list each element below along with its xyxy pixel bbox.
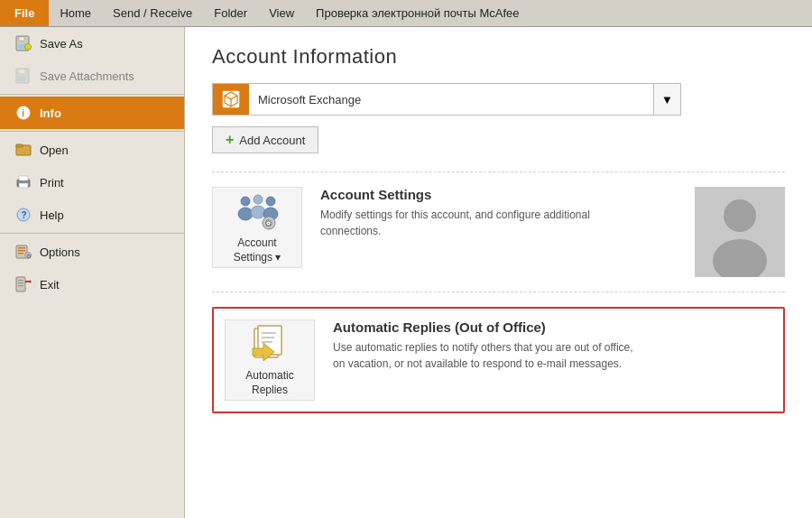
svg-rect-7	[19, 69, 24, 73]
divider-3	[0, 233, 184, 234]
sidebar-item-save-attachments[interactable]: Save Attachments	[0, 60, 184, 92]
svg-rect-13	[19, 183, 28, 188]
exit-label: Exit	[40, 278, 60, 291]
svg-rect-6	[18, 77, 25, 81]
svg-text:i: i	[22, 107, 24, 118]
account-settings-icon-label: AccountSettings ▾	[234, 236, 281, 264]
save-as-label: Save As	[40, 37, 83, 51]
svg-rect-45	[262, 332, 276, 334]
svg-point-31	[241, 197, 250, 206]
svg-text:↓: ↓	[27, 44, 30, 50]
account-settings-title: Account Settings	[320, 187, 677, 202]
svg-point-41	[724, 199, 756, 232]
section-divider-1	[212, 171, 785, 172]
sidebar: ↓ Save As Save Attachments i	[0, 27, 185, 518]
open-label: Open	[40, 143, 69, 157]
sidebar-item-save-as[interactable]: ↓ Save As	[0, 27, 184, 60]
sidebar-item-help[interactable]: ? Help	[0, 199, 184, 231]
save-as-icon: ↓	[14, 34, 32, 52]
svg-rect-24	[16, 277, 25, 291]
print-label: Print	[40, 176, 64, 190]
svg-point-32	[238, 208, 253, 220]
exchange-icon	[213, 84, 249, 115]
svg-rect-14	[19, 176, 28, 180]
svg-point-15	[26, 181, 28, 183]
options-label: Options	[40, 245, 80, 259]
mcafee-menu[interactable]: Проверка электронной почты McAfee	[305, 0, 530, 26]
add-account-button[interactable]: + Add Account	[212, 126, 318, 153]
automatic-replies-section: AutomaticReplies Automatic Replies (Out …	[212, 307, 785, 413]
exit-icon	[14, 275, 32, 293]
sidebar-item-info[interactable]: i Info	[0, 97, 184, 129]
account-settings-section: ⚙ AccountSettings ▾ Account Settings Mod…	[212, 187, 785, 292]
view-menu[interactable]: View	[258, 0, 305, 26]
svg-rect-29	[18, 285, 23, 286]
sidebar-item-print[interactable]: Print	[0, 166, 184, 199]
account-settings-button[interactable]: ⚙ AccountSettings ▾	[212, 187, 302, 268]
account-name: Microsoft Exchange	[249, 93, 653, 106]
svg-rect-21	[18, 253, 23, 254]
account-selector[interactable]: Microsoft Exchange ▼	[212, 83, 681, 116]
menu-bar: File Home Send / Receive Folder View Про…	[0, 0, 812, 27]
automatic-replies-title: Automatic Replies (Out of Office)	[333, 319, 772, 335]
divider-2	[0, 131, 184, 132]
automatic-replies-desc: Use automatic replies to notify others t…	[333, 339, 640, 372]
help-icon: ?	[14, 206, 32, 224]
automatic-replies-icon-label: AutomaticReplies	[245, 369, 293, 397]
sidebar-item-options[interactable]: ⚙ Options	[0, 236, 184, 268]
svg-text:?: ?	[22, 210, 27, 220]
add-account-label: Add Account	[239, 134, 305, 147]
options-icon: ⚙	[14, 243, 32, 261]
svg-rect-2	[19, 37, 24, 41]
svg-point-33	[254, 195, 263, 204]
sidebar-item-open[interactable]: Open	[0, 134, 184, 166]
main-content: Account Information Microsoft Exchange ▼…	[185, 27, 812, 518]
svg-rect-19	[18, 247, 25, 249]
info-label: Info	[40, 106, 61, 120]
svg-rect-27	[18, 280, 23, 281]
svg-point-34	[251, 206, 265, 218]
file-menu[interactable]: File	[0, 0, 49, 26]
svg-text:⚙: ⚙	[26, 254, 31, 259]
info-icon: i	[14, 104, 32, 122]
folder-menu[interactable]: Folder	[203, 0, 258, 26]
svg-rect-46	[262, 337, 274, 338]
print-icon	[14, 173, 32, 191]
account-settings-desc: Modify settings for this account, and co…	[320, 207, 627, 239]
plus-icon: +	[226, 132, 234, 148]
avatar	[695, 187, 785, 277]
divider-1	[0, 94, 184, 95]
svg-marker-26	[30, 280, 32, 283]
app-body: ↓ Save As Save Attachments i	[0, 27, 812, 518]
svg-text:⚙: ⚙	[264, 218, 272, 228]
save-attachments-icon	[14, 67, 32, 85]
automatic-replies-button[interactable]: AutomaticReplies	[225, 319, 315, 401]
svg-rect-11	[16, 144, 23, 147]
svg-rect-1	[18, 44, 25, 49]
send-receive-menu[interactable]: Send / Receive	[102, 0, 203, 26]
help-label: Help	[40, 208, 64, 222]
svg-rect-28	[18, 282, 23, 283]
page-title: Account Information	[212, 45, 785, 69]
account-dropdown-arrow[interactable]: ▼	[653, 84, 680, 115]
svg-point-35	[266, 197, 275, 206]
account-settings-info: Account Settings Modify settings for thi…	[320, 187, 677, 239]
home-menu[interactable]: Home	[49, 0, 102, 26]
automatic-replies-info: Automatic Replies (Out of Office) Use au…	[333, 319, 772, 372]
sidebar-item-exit[interactable]: Exit	[0, 268, 184, 301]
svg-rect-20	[18, 250, 25, 252]
save-attachments-label: Save Attachments	[40, 69, 134, 83]
open-icon	[14, 141, 32, 159]
